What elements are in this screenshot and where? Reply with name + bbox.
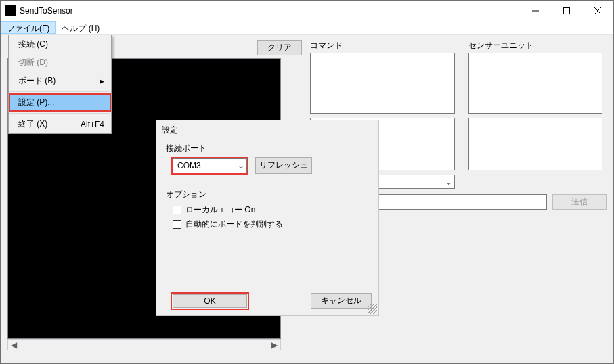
refresh-button[interactable]: リフレッシュ bbox=[255, 157, 312, 174]
titlebar: SendToSensor bbox=[1, 1, 613, 21]
menu-separator bbox=[9, 113, 110, 114]
app-window: SendToSensor ファイル(F) ヘルプ (H) クリア ◀ bbox=[0, 0, 614, 364]
svg-rect-1 bbox=[564, 8, 570, 14]
port-value: COM3 bbox=[173, 161, 235, 170]
scroll-left-icon[interactable]: ◀ bbox=[8, 340, 20, 350]
console-hscrollbar[interactable]: ◀ ▶ bbox=[7, 339, 281, 350]
menu-item-settings[interactable]: 設定 (P)... bbox=[9, 93, 111, 112]
scroll-right-icon[interactable]: ▶ bbox=[269, 340, 280, 350]
file-menu-popup: 接続 (C) 切断 (D) ボード (B) ▶ 設定 (P)... 終了 (X)… bbox=[8, 35, 112, 134]
menu-file[interactable]: ファイル(F) bbox=[1, 21, 56, 34]
maximize-icon bbox=[563, 7, 570, 14]
menu-item-board[interactable]: ボード (B) ▶ bbox=[9, 72, 111, 90]
settings-dialog: 設定 接続ポート COM3 ⌄ リフレッシュ オプション ローカルエコー On … bbox=[156, 120, 379, 316]
sensor-label: センサーユニット bbox=[468, 40, 602, 51]
submenu-arrow-icon: ▶ bbox=[100, 78, 104, 85]
port-group-label: 接続ポート bbox=[166, 143, 378, 154]
chevron-down-icon: ⌄ bbox=[443, 175, 454, 188]
cancel-button[interactable]: キャンセル bbox=[311, 293, 372, 309]
ok-button[interactable]: OK bbox=[173, 294, 247, 308]
close-button[interactable] bbox=[582, 1, 613, 21]
menu-item-connect[interactable]: 接続 (C) bbox=[9, 35, 111, 53]
menu-item-exit[interactable]: 終了 (X) Alt+F4 bbox=[9, 115, 111, 133]
minimize-icon bbox=[532, 7, 539, 14]
resize-grip-icon[interactable] bbox=[368, 304, 377, 314]
options-group-label: オプション bbox=[166, 189, 378, 200]
sensor-detail[interactable] bbox=[468, 118, 602, 170]
menu-help[interactable]: ヘルプ (H) bbox=[56, 21, 106, 34]
command-list[interactable] bbox=[310, 53, 455, 114]
maximize-button[interactable] bbox=[551, 1, 582, 21]
close-icon bbox=[594, 7, 601, 14]
checkbox-icon bbox=[173, 206, 181, 214]
command-label: コマンド bbox=[310, 40, 455, 51]
app-icon bbox=[5, 5, 16, 16]
menu-item-disconnect[interactable]: 切断 (D) bbox=[9, 53, 111, 72]
window-title: SendToSensor bbox=[20, 6, 520, 16]
port-combo[interactable]: COM3 ⌄ bbox=[173, 158, 247, 173]
minimize-button[interactable] bbox=[520, 1, 551, 21]
menubar: ファイル(F) ヘルプ (H) bbox=[1, 21, 613, 35]
sensor-list[interactable] bbox=[468, 53, 602, 114]
chevron-down-icon: ⌄ bbox=[235, 159, 246, 173]
checkbox-auto-detect[interactable]: 自動的にボードを判別する bbox=[173, 219, 378, 230]
checkbox-icon bbox=[173, 220, 181, 229]
menu-separator bbox=[9, 91, 110, 92]
dialog-title: 設定 bbox=[156, 120, 378, 143]
send-button[interactable]: 送信 bbox=[552, 194, 607, 210]
checkbox-local-echo[interactable]: ローカルエコー On bbox=[173, 204, 378, 216]
clear-button[interactable]: クリア bbox=[257, 40, 302, 55]
